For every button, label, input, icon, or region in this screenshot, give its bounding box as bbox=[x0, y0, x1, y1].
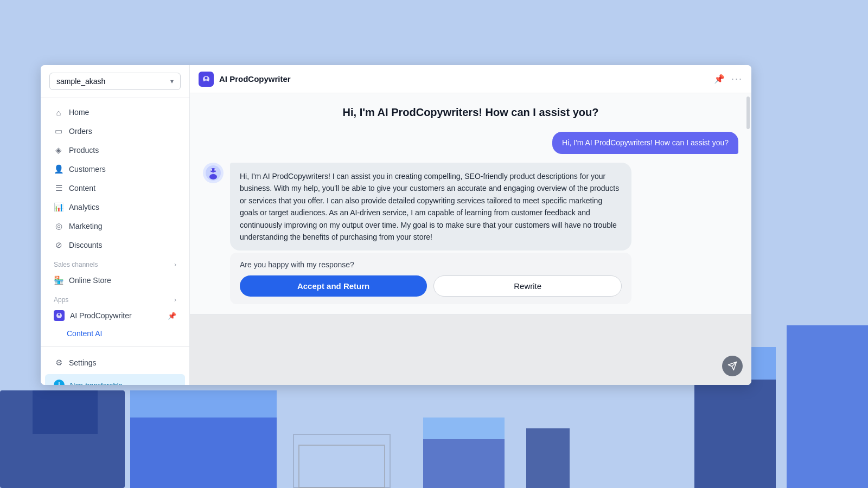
app-logo-icon bbox=[54, 310, 65, 321]
orders-icon: ▭ bbox=[54, 126, 63, 136]
user-message-bubble: Hi, I'm AI ProdCopywriters! How can I as… bbox=[552, 132, 738, 154]
response-actions: Are you happy with my response? Accept a… bbox=[230, 253, 631, 304]
sidebar-item-content-ai[interactable]: Content AI bbox=[45, 325, 185, 342]
expand-icon: › bbox=[174, 261, 176, 268]
sidebar-item-home[interactable]: ⌂ Home bbox=[45, 103, 185, 121]
settings-icon: ⚙ bbox=[54, 358, 63, 368]
analytics-icon: 📊 bbox=[54, 202, 63, 212]
sidebar-item-label: Analytics bbox=[69, 203, 99, 211]
rewrite-button[interactable]: Rewrite bbox=[433, 275, 622, 297]
chat-input[interactable] bbox=[190, 314, 751, 385]
products-icon: ◈ bbox=[54, 145, 63, 155]
sidebar-item-ai-prodcopywriter[interactable]: AI ProdCopywriter 📌 bbox=[45, 306, 185, 325]
non-transferable-text: Non-transferable bbox=[70, 381, 123, 386]
more-options-button[interactable]: ··· bbox=[731, 73, 743, 85]
marketing-icon: ◎ bbox=[54, 221, 63, 231]
svg-point-1 bbox=[58, 313, 60, 316]
sidebar-item-customers[interactable]: 👤 Customers bbox=[45, 160, 185, 178]
sidebar-item-marketing[interactable]: ◎ Marketing bbox=[45, 217, 185, 235]
bot-message-bubble: Hi, I'm AI ProdCopywriters! I can assist… bbox=[230, 163, 631, 251]
sidebar-header: sample_akash ▾ bbox=[41, 65, 189, 98]
response-buttons: Accept and Return Rewrite bbox=[240, 275, 622, 297]
bot-avatar bbox=[203, 163, 224, 183]
chat-messages: Hi, I'm AI ProdCopywriters! How can I as… bbox=[190, 93, 751, 314]
sidebar-item-label: Content bbox=[69, 184, 95, 192]
app-title-area: AI ProdCopywriter bbox=[199, 72, 291, 87]
sidebar-item-label: Home bbox=[69, 108, 89, 117]
sidebar-item-orders[interactable]: ▭ Orders bbox=[45, 122, 185, 140]
sidebar-item-label: Online Store bbox=[69, 276, 111, 285]
store-icon: 🏪 bbox=[54, 275, 63, 285]
accept-and-return-button[interactable]: Accept and Return bbox=[240, 275, 427, 297]
apps-section: Apps › bbox=[45, 292, 185, 306]
app-logo bbox=[199, 72, 214, 87]
sidebar-item-discounts[interactable]: ⊘ Discounts bbox=[45, 236, 185, 254]
chat-input-area bbox=[190, 314, 751, 385]
sidebar-item-label: Orders bbox=[69, 127, 92, 136]
sidebar-item-products[interactable]: ◈ Products bbox=[45, 141, 185, 159]
svg-point-3 bbox=[205, 76, 208, 79]
svg-point-7 bbox=[209, 174, 217, 179]
sidebar-item-settings[interactable]: ⚙ Settings bbox=[45, 354, 185, 372]
sidebar: sample_akash ▾ ⌂ Home ▭ Orders ◈ Product… bbox=[41, 65, 190, 385]
svg-point-9 bbox=[214, 169, 216, 171]
scrollbar-thumb[interactable] bbox=[746, 97, 750, 129]
main-content: AI ProdCopywriter 📌 ··· Hi, I'm AI ProdC… bbox=[190, 65, 751, 385]
bot-bubble-wrapper: Hi, I'm AI ProdCopywriters! I can assist… bbox=[230, 163, 631, 304]
send-button[interactable] bbox=[722, 356, 743, 376]
app-title: AI ProdCopywriter bbox=[219, 74, 291, 84]
main-window: sample_akash ▾ ⌂ Home ▭ Orders ◈ Product… bbox=[41, 65, 751, 385]
expand-icon: › bbox=[174, 296, 176, 304]
sidebar-item-label: Products bbox=[69, 146, 99, 155]
sub-app-label: Content AI bbox=[67, 329, 102, 338]
chat-area: Hi, I'm AI ProdCopywriters! How can I as… bbox=[190, 93, 751, 385]
sales-channels-section: Sales channels › bbox=[45, 256, 185, 271]
chat-greeting: Hi, I'm AI ProdCopywriters! How can I as… bbox=[203, 106, 738, 119]
response-question: Are you happy with my response? bbox=[240, 260, 622, 269]
top-bar-actions: 📌 ··· bbox=[714, 73, 743, 85]
sidebar-item-label: Customers bbox=[69, 165, 106, 174]
store-selector[interactable]: sample_akash ▾ bbox=[49, 73, 181, 90]
sidebar-footer: ⚙ Settings i Non-transferable bbox=[41, 346, 189, 385]
discounts-icon: ⊘ bbox=[54, 240, 63, 250]
info-icon: i bbox=[54, 380, 65, 385]
app-name-label: AI ProdCopywriter bbox=[70, 311, 132, 320]
home-icon: ⌂ bbox=[54, 107, 63, 117]
content-icon: ☰ bbox=[54, 183, 63, 193]
customers-icon: 👤 bbox=[54, 164, 63, 174]
chevron-down-icon: ▾ bbox=[170, 78, 174, 85]
store-name: sample_akash bbox=[56, 77, 105, 86]
svg-point-4 bbox=[204, 80, 208, 83]
non-transferable-banner: i Non-transferable bbox=[45, 374, 185, 385]
sidebar-item-label: Discounts bbox=[69, 241, 102, 249]
pin-button[interactable]: 📌 bbox=[714, 74, 725, 84]
sidebar-item-analytics[interactable]: 📊 Analytics bbox=[45, 198, 185, 216]
svg-point-8 bbox=[210, 169, 212, 171]
pin-icon[interactable]: 📌 bbox=[168, 312, 176, 320]
sidebar-item-online-store[interactable]: 🏪 Online Store bbox=[45, 271, 185, 290]
bot-message-area: Hi, I'm AI ProdCopywriters! I can assist… bbox=[203, 163, 738, 304]
sidebar-nav: ⌂ Home ▭ Orders ◈ Products 👤 Customers ☰… bbox=[41, 98, 189, 346]
top-bar: AI ProdCopywriter 📌 ··· bbox=[190, 65, 751, 93]
sidebar-item-label: Marketing bbox=[69, 222, 102, 230]
settings-label: Settings bbox=[69, 358, 97, 367]
sidebar-item-content[interactable]: ☰ Content bbox=[45, 179, 185, 197]
